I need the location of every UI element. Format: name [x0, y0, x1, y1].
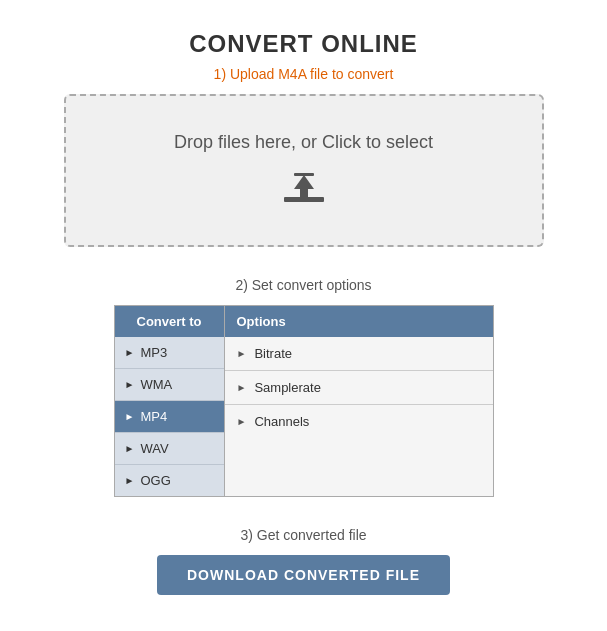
arrow-icon: ►: [125, 475, 135, 486]
convert-panel: Convert to ► MP3 ► WMA ► MP4 ► WAV ► OGG…: [114, 305, 494, 497]
svg-rect-0: [284, 197, 324, 202]
arrow-icon: ►: [237, 382, 247, 393]
format-item-wav[interactable]: ► WAV: [115, 433, 224, 465]
dropzone-text: Drop files here, or Click to select: [174, 132, 433, 153]
arrow-icon: ►: [125, 379, 135, 390]
arrow-icon: ►: [125, 443, 135, 454]
download-converted-button[interactable]: DOWNLOAD CONVERTED FILE: [157, 555, 450, 595]
step3-label: 3) Get converted file: [240, 527, 366, 543]
arrow-icon: ►: [125, 411, 135, 422]
svg-rect-2: [294, 173, 314, 176]
arrow-icon: ►: [125, 347, 135, 358]
page-title: CONVERT ONLINE: [189, 30, 418, 58]
file-dropzone[interactable]: Drop files here, or Click to select: [64, 94, 544, 247]
format-item-mp3[interactable]: ► MP3: [115, 337, 224, 369]
options-header: Options: [225, 306, 493, 337]
format-item-ogg[interactable]: ► OGG: [115, 465, 224, 496]
option-samplerate[interactable]: ► Samplerate: [225, 371, 493, 405]
step1-label: 1) Upload M4A file to convert: [214, 66, 394, 82]
svg-marker-1: [294, 175, 314, 197]
format-sidebar: Convert to ► MP3 ► WMA ► MP4 ► WAV ► OGG: [115, 306, 225, 496]
options-panel: Options ► Bitrate ► Samplerate ► Channel…: [225, 306, 493, 496]
option-channels[interactable]: ► Channels: [225, 405, 493, 438]
format-sidebar-header: Convert to: [115, 306, 224, 337]
option-bitrate[interactable]: ► Bitrate: [225, 337, 493, 371]
arrow-icon: ►: [237, 348, 247, 359]
format-item-mp4[interactable]: ► MP4: [115, 401, 224, 433]
step2-label: 2) Set convert options: [235, 277, 371, 293]
arrow-icon: ►: [237, 416, 247, 427]
format-item-wma[interactable]: ► WMA: [115, 369, 224, 401]
upload-icon: [280, 169, 328, 209]
